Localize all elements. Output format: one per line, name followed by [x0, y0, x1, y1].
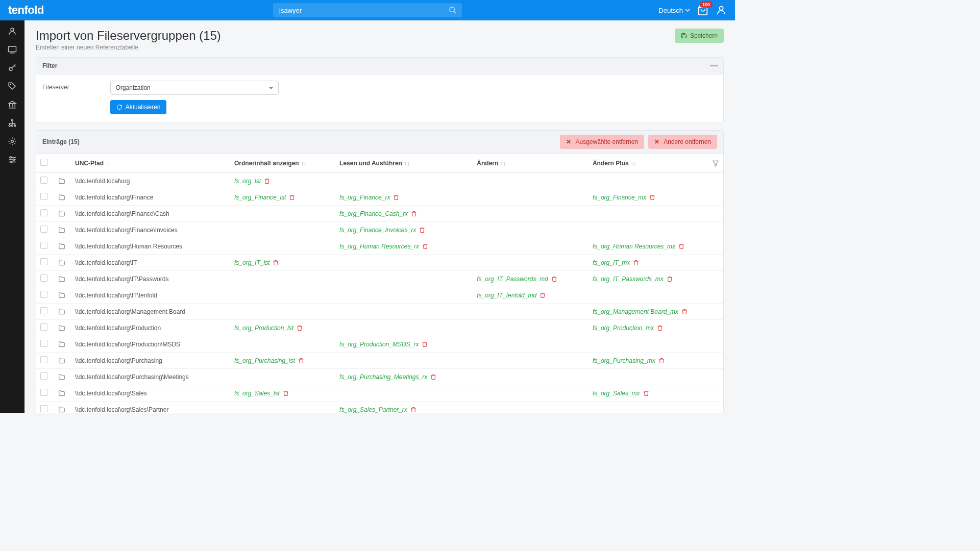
unc-path: \\dc.tenfold.local\org\Finance: [71, 189, 230, 206]
folder-icon: [58, 357, 66, 364]
row-checkbox[interactable]: [40, 274, 47, 282]
trash-icon[interactable]: [289, 194, 295, 201]
search-input[interactable]: [273, 3, 462, 17]
person-icon[interactable]: [8, 27, 17, 36]
table-row: \\dc.tenfold.local\org\IT\tenfoldfs_org_…: [36, 287, 723, 304]
folder-icon: [58, 341, 66, 348]
row-checkbox[interactable]: [40, 389, 47, 396]
group-name: fs_org_Sales_mx: [593, 390, 640, 397]
select-all-checkbox[interactable]: [40, 159, 47, 166]
language-label: Deutsch: [658, 7, 683, 14]
sort-icon: ↑↓: [106, 160, 111, 166]
cart-button[interactable]: 100: [697, 5, 708, 16]
trash-icon[interactable]: [667, 276, 673, 282]
remove-selected-button[interactable]: ✕ Ausgewählte entfernen: [560, 135, 644, 149]
col-modify-plus[interactable]: Ändern Plus↑↓: [589, 154, 723, 173]
entries-heading: Einträge (15): [42, 138, 80, 145]
group-name: fs_org_Purchasing_mx: [593, 357, 655, 364]
trash-icon[interactable]: [411, 211, 417, 217]
trash-icon[interactable]: [678, 243, 684, 249]
filter-icon[interactable]: [712, 160, 719, 167]
row-checkbox[interactable]: [40, 291, 47, 298]
trash-icon[interactable]: [422, 341, 428, 347]
trash-icon[interactable]: [419, 227, 425, 233]
table-row: \\dc.tenfold.local\org\Finance\Invoicesf…: [36, 222, 723, 238]
folder-icon: [58, 210, 66, 217]
language-selector[interactable]: Deutsch: [658, 7, 690, 14]
trash-icon[interactable]: [643, 390, 649, 396]
fileserver-select[interactable]: Organization: [110, 81, 279, 95]
trash-icon[interactable]: [273, 260, 279, 266]
row-checkbox[interactable]: [40, 258, 47, 265]
trash-icon[interactable]: [283, 390, 289, 396]
group-name: fs_org_Finance_rx: [339, 194, 390, 201]
row-checkbox[interactable]: [40, 307, 47, 314]
table-row: \\dc.tenfold.local\org\Purchasing\Meetin…: [36, 369, 723, 385]
trash-icon[interactable]: [681, 309, 688, 315]
tag-icon[interactable]: [8, 82, 17, 91]
trash-icon[interactable]: [430, 374, 436, 380]
col-read[interactable]: Lesen und Ausführen↑↓: [335, 154, 473, 173]
remove-others-label: Andere entfernen: [664, 138, 711, 145]
col-unc[interactable]: UNC-Pfad↑↓: [71, 154, 230, 173]
trash-icon[interactable]: [540, 292, 546, 298]
row-checkbox[interactable]: [40, 177, 47, 184]
group-name: fs_org_Finance_Cash_rx: [339, 210, 408, 217]
row-checkbox[interactable]: [40, 209, 47, 216]
sort-icon: ↑↓: [301, 160, 307, 166]
row-checkbox[interactable]: [40, 372, 47, 380]
remove-others-button[interactable]: ✕ Andere entfernen: [648, 135, 717, 149]
user-icon[interactable]: [716, 5, 727, 16]
trash-icon[interactable]: [298, 358, 304, 364]
trash-icon[interactable]: [633, 260, 639, 266]
row-checkbox[interactable]: [40, 193, 47, 200]
settings-gear-icon[interactable]: [8, 137, 17, 146]
x-icon: ✕: [566, 138, 571, 145]
svg-rect-24: [682, 34, 684, 35]
unc-path: \\dc.tenfold.local\org\IT: [71, 255, 230, 271]
main-content: Import von Fileservergruppen (15) Erstel…: [24, 20, 735, 413]
trash-icon[interactable]: [649, 194, 655, 201]
topbar: tenfold Deutsch 100: [0, 0, 735, 20]
search-icon[interactable]: [449, 6, 457, 14]
trash-icon[interactable]: [657, 325, 663, 331]
refresh-button[interactable]: Aktualisieren: [110, 100, 167, 114]
trash-icon[interactable]: [658, 358, 665, 364]
trash-icon[interactable]: [551, 276, 557, 282]
table-row: \\dc.tenfold.local\org\Purchasingfs_org_…: [36, 353, 723, 369]
svg-point-0: [450, 7, 454, 12]
collapse-icon[interactable]: —: [710, 62, 717, 70]
key-icon[interactable]: [8, 63, 17, 72]
save-icon: [681, 33, 687, 39]
refresh-icon: [116, 104, 122, 110]
sliders-icon[interactable]: [8, 155, 17, 164]
trash-icon[interactable]: [264, 178, 270, 184]
row-checkbox[interactable]: [40, 356, 47, 363]
trash-icon[interactable]: [297, 325, 303, 331]
bank-icon[interactable]: [8, 100, 17, 109]
col-list[interactable]: Ordnerinhalt anzeigen↑↓: [230, 154, 335, 173]
top-right: Deutsch 100: [658, 5, 727, 16]
row-checkbox[interactable]: [40, 226, 47, 233]
col-modify[interactable]: Ändern↑↓: [473, 154, 589, 173]
row-checkbox[interactable]: [40, 405, 47, 412]
svg-line-1: [454, 11, 456, 13]
group-name: fs_org_Production_mx: [593, 324, 654, 332]
trash-icon[interactable]: [393, 194, 399, 201]
monitor-icon[interactable]: [8, 45, 17, 54]
row-checkbox[interactable]: [40, 340, 47, 347]
table-row: \\dc.tenfold.local\org\Finance\Cashfs_or…: [36, 206, 723, 222]
save-button[interactable]: Speichern: [675, 29, 724, 43]
hierarchy-icon[interactable]: [8, 118, 17, 128]
svg-rect-5: [9, 46, 16, 52]
row-checkbox[interactable]: [40, 242, 47, 249]
trash-icon[interactable]: [422, 243, 428, 249]
group-name: fs_org_Human Resources_mx: [593, 243, 675, 250]
folder-icon: [58, 259, 66, 266]
fileserver-label: Fileserver: [42, 81, 69, 91]
page-title: Import von Fileservergruppen (15): [36, 29, 221, 43]
trash-icon[interactable]: [410, 407, 416, 413]
row-checkbox[interactable]: [40, 323, 47, 331]
remove-selected-label: Ausgewählte entfernen: [575, 138, 638, 145]
folder-icon: [58, 406, 66, 413]
